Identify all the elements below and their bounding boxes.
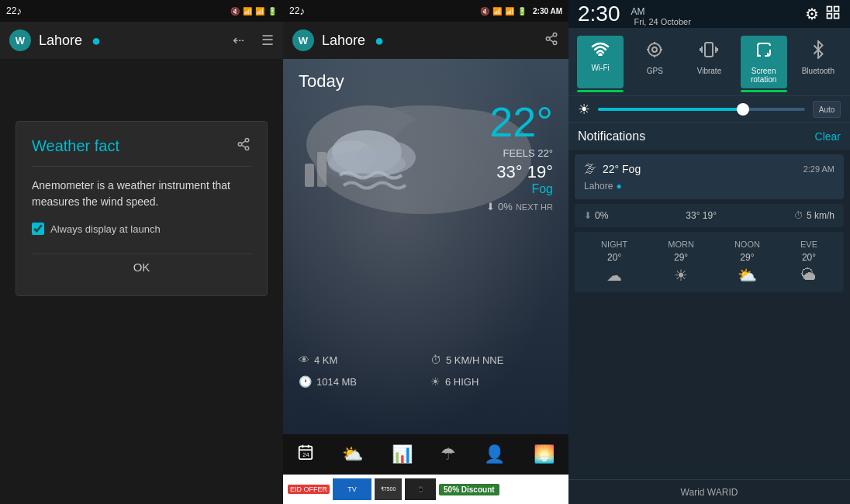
brightness-thumb [737,103,749,116]
weather-fact-title: Weather fact [32,137,119,155]
stat-uv: ☀ 6 HIGH [430,375,553,388]
fc-eve-temp: 20° [802,252,816,263]
vibrate-indicator [686,90,732,92]
precip-label: NEXT HR [516,202,553,212]
precipitation-row: ⬇ 0% NEXT HR [486,201,553,212]
weather-condition: Fog [486,182,553,196]
notif-top-row: 🌫 22° Fog 2:29 AM [584,162,834,176]
grid-icon[interactable] [825,5,841,24]
svg-rect-13 [305,164,314,187]
left-panel: 22 ♪ 🔇📶📶🔋 W Lahore ● ⇠ ☰ Weather fact [0,0,283,504]
pressure-icon: 🕐 [299,375,312,388]
mid-share-icon[interactable] [544,32,559,50]
fc-night-label: NIGHT [601,240,627,249]
svg-rect-27 [834,13,839,18]
svg-line-4 [241,141,245,143]
fc-night-temp: 20° [607,252,621,263]
nav-chart[interactable]: 📊 [392,444,413,464]
notif-fog-icon: 🌫 [584,162,596,176]
notif-time: 2:29 AM [803,164,834,174]
qs-bluetooth[interactable]: Bluetooth [795,36,841,88]
qs-gps-label: GPS [647,67,663,75]
svg-point-7 [553,41,557,45]
svg-text:24: 24 [302,451,309,458]
bottom-nav: 24 ⛅ 📊 ☂ 👤 🌅 [283,434,568,475]
left-header: W Lahore ● ⇠ ☰ [0,22,283,59]
nav-person[interactable]: 👤 [484,444,505,464]
nav-sunrise[interactable]: 🌅 [534,444,555,464]
qs-bluetooth-label: Bluetooth [802,67,834,75]
nav-calendar[interactable]: 24 [297,444,314,465]
right-status-bar: 2:30 AM Fri, 24 October ⚙ [568,0,850,28]
weather-stats: 👁 4 KM ⏱ 5 KM/H NNE 🕐 1014 MB ☀ 6 HIGH [283,354,568,388]
fc-morn: MORN 29° ☀ [668,240,694,285]
forecast-row: NIGHT 20° ☁ MORN 29° ☀ NOON 29° ⛅ EVE 20… [575,232,844,292]
notif-location: Lahore ● [584,181,834,192]
mid-clock: 2:30 AM [533,7,562,16]
mid-city-name: Lahore [322,33,365,49]
nav-cloud[interactable]: ⛅ [342,444,363,464]
notif-precip-val: 0% [595,210,608,221]
notif-location-dot: ● [616,181,621,192]
app-icon-mid: W [292,29,314,51]
brightness-icon: ☀ [578,101,590,118]
svg-point-28 [599,54,602,57]
notif-stats-row: ⬇ 0% 33° 19° ⏱ 5 km/h [575,204,844,227]
qs-wifi[interactable]: Wi-Fi [577,36,624,88]
brightness-slider[interactable] [598,108,805,111]
qs-rotation[interactable]: Screenrotation [741,36,787,88]
right-time-detail: AM Fri, 24 October [631,2,691,26]
ok-button[interactable]: OK [32,254,251,280]
pressure-value: 1014 MB [316,376,357,388]
gps-indicator [631,90,678,92]
clear-notifications-button[interactable]: Clear [815,130,841,143]
qs-gps[interactable]: GPS [631,36,678,88]
left-share-icon[interactable]: ⇠ [233,32,244,49]
svg-rect-14 [317,152,327,187]
ad-tag: EID OFFER [288,485,330,494]
qs-vibrate-label: Vibrate [697,67,722,75]
notif-precip-stat: ⬇ 0% [584,210,608,221]
notif-temp-val: 33° 19° [686,210,717,221]
ad-banner: EID OFFER TV ₹7500 📱 50% Discount [283,475,568,504]
svg-point-0 [245,139,249,143]
qs-vibrate[interactable]: Vibrate [686,36,732,88]
left-status-time: 22 [6,5,16,16]
fc-eve: EVE 20° 🌥 [800,240,817,285]
quick-settings: Wi-Fi GPS Vibrate [568,28,850,96]
carrier-name: Warid WARID [681,487,738,498]
wind-value: 5 KM/H NNE [446,354,503,366]
mid-status-note: ♪ [299,5,305,17]
qs-rotation-label: Screenrotation [751,67,776,84]
qs-wifi-label: Wi-Fi [591,64,609,72]
fc-morn-icon: ☀ [674,266,688,285]
fc-eve-icon: 🌥 [801,266,817,284]
weather-fact-share-icon[interactable] [236,137,251,155]
brightness-row: ☀ Auto [568,95,850,123]
notif-wind-val: 5 km/h [807,210,834,221]
visibility-icon: 👁 [299,354,309,366]
nav-umbrella[interactable]: ☂ [441,444,456,464]
auto-toggle[interactable]: Auto [813,101,841,118]
left-status-note: ♪ [16,5,22,17]
svg-rect-25 [834,6,839,11]
bluetooth-indicator [795,90,841,92]
right-big-time: 2:30 [578,2,620,26]
qs-indicators [568,90,850,95]
gps-icon [645,40,664,64]
vibrate-icon [700,40,718,64]
notif-location-name: Lahore [584,181,613,192]
stat-visibility: 👁 4 KM [299,354,421,366]
middle-panel: 22 ♪ 🔇📶📶🔋 2:30 AM W Lahore ● Today [283,0,568,504]
notifications-header: Notifications Clear [568,123,850,150]
svg-point-5 [553,33,557,36]
weather-fact-card: Weather fact Anemometer is a weather ins… [16,121,268,296]
weather-fact-header: Weather fact [32,137,251,167]
left-status-icons: 🔇📶📶🔋 [230,7,277,16]
settings-icon[interactable]: ⚙ [805,5,819,23]
notif-precip-icon: ⬇ [584,210,592,221]
right-am-pm: AM [631,6,645,17]
visibility-value: 4 KM [314,354,337,366]
always-display-checkbox[interactable] [32,223,44,235]
left-menu-icon[interactable]: ☰ [261,32,274,49]
